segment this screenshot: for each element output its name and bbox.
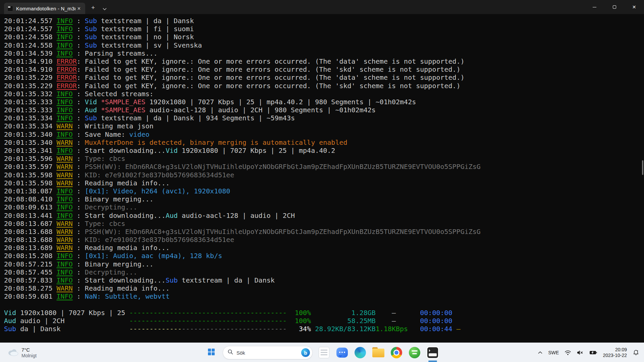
log-line: 20:08:08.410 INFO : Binary merging... <box>4 195 644 203</box>
log-line: 20:01:35.598 WARN : KID: e7e91002f3e837b… <box>4 171 644 179</box>
log-line: 20:01:35.596 WARN : Type: cbcs <box>4 155 644 163</box>
taskbar: 7°C Molnigt Sök b <box>0 343 644 362</box>
edge-icon <box>355 347 366 358</box>
taskbar-app-file-explorer[interactable] <box>372 346 385 359</box>
search-icon <box>228 349 233 356</box>
window-controls: ✕ <box>585 0 644 14</box>
chrome-icon <box>391 347 402 358</box>
tab-dropdown-icon[interactable] <box>103 5 107 12</box>
log-line: 20:01:35.340 WARN : MuxAfterDone is dete… <box>4 138 644 146</box>
bing-icon[interactable]: b <box>301 348 310 357</box>
log-line: 20:08:13.688 WARN : KID: e7e91002f3e837b… <box>4 236 644 244</box>
tray-chevron-up-icon[interactable] <box>538 351 542 354</box>
log-line: 20:01:34.910 ERROR: Failed to get KEY, i… <box>4 65 644 73</box>
log-line: 20:08:59.681 INFO : NaN: Subtitle, webvt… <box>4 292 644 300</box>
log-line: 20:08:57.215 INFO : Binary merging... <box>4 260 644 268</box>
terminal-tab-icon <box>7 6 13 11</box>
battery-charging-icon[interactable] <box>589 350 597 355</box>
terminal-icon <box>427 347 438 358</box>
weather-cloud-icon <box>7 348 19 357</box>
close-tab-icon[interactable]: ✕ <box>75 5 83 12</box>
log-line: 20:08:13.688 WARN : PSSH(WV): EhDn6RAC8+… <box>4 228 644 236</box>
tab-title: Kommandotolken - N_m3u8D <box>16 6 75 11</box>
chat-icon <box>336 348 348 358</box>
file-explorer-icon <box>372 349 384 358</box>
weather-temp: 7°C <box>21 347 37 353</box>
titlebar: Kommandotolken - N_m3u8D ✕ + ✕ <box>0 0 644 14</box>
wifi-icon[interactable] <box>565 350 571 355</box>
taskbar-app-white[interactable] <box>317 346 331 359</box>
clock[interactable]: 20:09 2023-10-22 <box>603 347 627 358</box>
close-window-icon[interactable]: ✕ <box>624 0 644 14</box>
weather-condition: Molnigt <box>21 353 37 358</box>
progress-row: Sub da | Dansk -------------------------… <box>4 325 644 333</box>
log-line: 20:01:35.333 INFO : Vid *SAMPLE_AES 1920… <box>4 98 644 106</box>
log-line: 20:01:35.341 INFO : Start downloading...… <box>4 146 644 155</box>
log-line: 20:01:38.087 INFO : [0x1]: Video, h264 (… <box>4 187 644 195</box>
minimize-icon[interactable] <box>585 0 604 14</box>
log-line: 20:01:35.334 INFO : Sub textstream | da … <box>4 114 644 122</box>
log-line: 20:01:24.558 INFO : Sub textstream | sv … <box>4 41 644 49</box>
log-line: 20:08:13.687 WARN : Type: cbcs <box>4 220 644 228</box>
progress-row: Aud audio | 2CH ------------------------… <box>4 317 644 325</box>
log-line: 20:01:35.332 INFO : Selected streams: <box>4 90 644 98</box>
log-line: 20:08:13.689 WARN : Reading media info..… <box>4 244 644 252</box>
start-button[interactable] <box>205 346 218 359</box>
log-output: 20:01:24.557 INFO : Sub textstream | da … <box>4 17 644 301</box>
taskbar-app-terminal[interactable] <box>426 346 439 359</box>
log-line: 20:01:35.334 WARN : Writing meta json <box>4 122 644 130</box>
log-line: 20:01:24.557 INFO : Sub textstream | fi … <box>4 25 644 33</box>
log-line: 20:08:57.833 INFO : Start downloading...… <box>4 276 644 284</box>
log-line: 20:01:24.557 INFO : Sub textstream | da … <box>4 17 644 25</box>
log-line: 20:01:35.229 ERROR: Failed to get KEY, i… <box>4 73 644 81</box>
weather-widget[interactable]: 7°C Molnigt <box>5 345 39 361</box>
keyboard-language[interactable]: SWE <box>548 350 559 355</box>
start-icon <box>208 348 215 357</box>
terminal-screen[interactable]: 20:01:24.557 INFO : Sub textstream | da … <box>0 14 644 343</box>
svg-text:z: z <box>637 350 638 352</box>
terminal-tab[interactable]: Kommandotolken - N_m3u8D ✕ <box>4 3 85 14</box>
log-line: 20:01:35.340 INFO : Save Name: video <box>4 130 644 138</box>
green-app-icon <box>409 347 420 358</box>
tray-time: 20:09 <box>603 347 627 353</box>
taskbar-app-edge[interactable] <box>354 346 367 359</box>
taskbar-app-green[interactable] <box>408 346 421 359</box>
search-placeholder: Sök <box>236 350 301 356</box>
new-tab-button[interactable]: + <box>91 4 95 11</box>
blank-line <box>4 301 644 309</box>
log-line: 20:01:24.558 INFO : Sub textstream | no … <box>4 33 644 41</box>
log-line: 20:08:57.455 INFO : Decrypting... <box>4 268 644 276</box>
log-line: 20:01:34.910 ERROR: Failed to get KEY, i… <box>4 57 644 65</box>
download-progress: Vid 644x362 | 7027 Kbps | 25 ---------… <box>4 309 644 333</box>
taskbar-center: Sök b <box>205 343 439 362</box>
progress-row: Vid 644x362 | 7027 Kbps | 25 ---------… <box>4 309 644 317</box>
white-app-icon <box>319 347 329 358</box>
terminal-scrollbar-thumb[interactable] <box>642 160 643 175</box>
log-line: 20:01:35.229 ERROR: Failed to get KEY, i… <box>4 82 644 90</box>
taskbar-app-chat[interactable] <box>335 346 349 359</box>
log-line: 20:01:35.333 INFO : Aud *SAMPLE_AES audi… <box>4 106 644 114</box>
log-line: 20:08:13.441 INFO : Start downloading...… <box>4 212 644 220</box>
log-line: 20:01:35.597 WARN : PSSH(WV): EhDn6RAC8+… <box>4 163 644 171</box>
log-line: 20:01:35.598 WARN : Reading media info..… <box>4 179 644 187</box>
search-input[interactable]: Sök b <box>223 346 313 359</box>
tray-date: 2023-10-22 <box>603 353 627 358</box>
log-line: 20:08:09.613 INFO : Decrypting... <box>4 203 644 211</box>
notification-bell-icon[interactable]: z <box>633 349 639 356</box>
maximize-icon[interactable] <box>604 0 624 14</box>
taskbar-app-chrome[interactable] <box>390 346 403 359</box>
log-line: 20:08:15.208 INFO : [0x1]: Audio, aac (m… <box>4 252 644 260</box>
log-line: 20:01:34.539 INFO : Parsing streams... <box>4 49 644 57</box>
log-line: 20:08:58.275 WARN : Reading media info..… <box>4 284 644 292</box>
system-tray: SWE 20:09 2023-10-22 <box>538 343 639 362</box>
volume-muted-icon[interactable] <box>577 350 584 355</box>
